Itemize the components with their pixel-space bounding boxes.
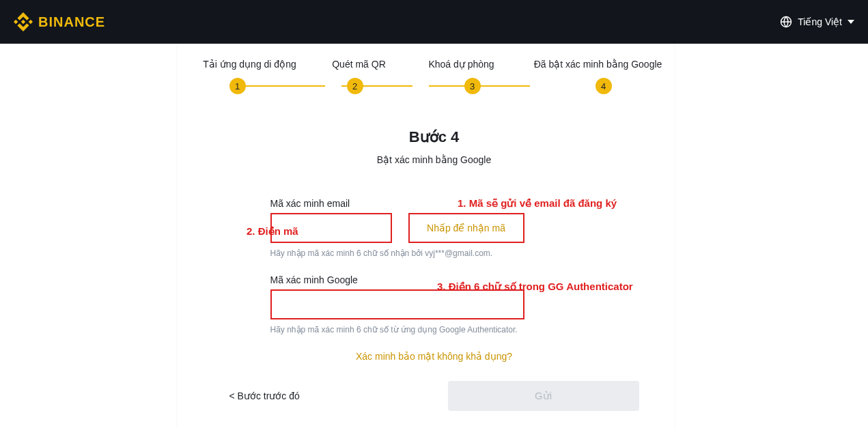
stepper-circles: 1 2 3 4 [188,78,680,94]
email-helper-text: Hãy nhập mã xác minh 6 chữ số nhận bởi v… [270,248,598,258]
verification-form: Mã xác minh email Nhấp để nhận mã Hãy nh… [188,198,680,362]
globe-icon [780,16,792,28]
stepper-labels: Tải ứng dụng di động Quét mã QR Khoá dự … [188,59,680,70]
step-label-2: Quét mã QR [318,59,400,70]
submit-button[interactable]: Gửi [448,381,639,411]
language-label: Tiếng Việt [798,16,842,27]
email-code-label: Mã xác minh email [270,198,598,209]
bottom-actions: < Bước trước đó Gửi [188,381,680,411]
page-title: Bước 4 [188,128,680,146]
step-label-3: Khoá dự phòng [414,59,509,70]
get-code-button[interactable]: Nhấp để nhận mã [408,213,524,243]
language-selector[interactable]: Tiếng Việt [780,16,854,28]
google-code-label: Mã xác minh Google [270,274,598,285]
step-circle-1[interactable]: 1 [229,78,246,94]
google-helper-text: Hãy nhập mã xác minh 6 chữ số từ ứng dụn… [270,325,598,334]
main-content: Tải ứng dụng di động Quét mã QR Khoá dự … [0,44,868,411]
step-circle-4[interactable]: 4 [596,78,612,94]
google-code-input[interactable] [270,289,524,319]
brand-name: BINANCE [38,14,105,30]
chevron-down-icon [848,18,854,25]
step-circle-2[interactable]: 2 [347,78,363,94]
google-code-field: Mã xác minh Google Hãy nhập mã xác minh … [270,274,598,334]
header: BINANCE Tiếng Việt [0,0,868,44]
binance-logo-icon [14,12,33,31]
step-label-4: Đã bật xác minh bằng Google [523,59,673,70]
page-subtitle: Bật xác minh bằng Google [188,154,680,165]
logo[interactable]: BINANCE [14,12,105,31]
email-code-field: Mã xác minh email Nhấp để nhận mã Hãy nh… [270,198,598,258]
email-code-input[interactable] [270,213,392,243]
step-label-1: Tải ứng dụng di động [195,59,305,70]
step-circle-3[interactable]: 3 [464,78,481,94]
previous-step-link[interactable]: < Bước trước đó [229,390,300,401]
security-unavailable-link[interactable]: Xác minh bảo mật không khả dụng? [270,351,598,362]
